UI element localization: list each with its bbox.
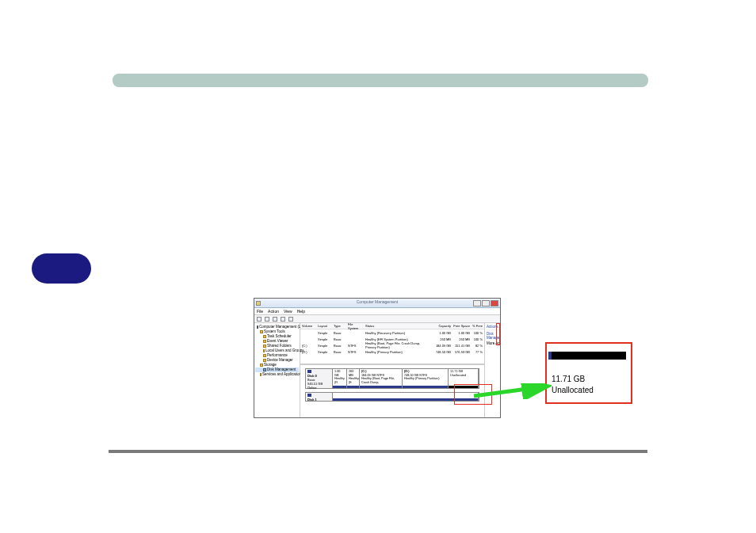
cell: Simple [318, 337, 332, 341]
callout-text: 11.71 GB Unallocated [552, 374, 594, 396]
blue-header-band [113, 74, 648, 87]
cell: 82 % [472, 344, 483, 348]
volume-table: Volume Layout Type File System Status Ca… [300, 323, 484, 364]
part-size: 184.09 GB NTFS [361, 374, 384, 377]
cell: 100 % [472, 331, 483, 335]
cell: 77 % [472, 350, 483, 354]
body: Computer Management (Local) System Tools… [254, 323, 500, 417]
tree-pane: Computer Management (Local) System Tools… [254, 323, 300, 417]
col-volume[interactable]: Volume [302, 324, 316, 328]
table-row[interactable]: Simple Basic Healthy (Recovery Partition… [300, 329, 484, 336]
cell: 184.09 GB [432, 344, 451, 348]
menu-action[interactable]: Action [268, 309, 279, 314]
cell: Healthy (Boot, Page File, Crash Dump, Pr… [365, 341, 430, 349]
titlebar: Computer Management [254, 299, 500, 308]
cell: Basic [334, 337, 346, 341]
cell: 151.41 GB [452, 344, 470, 348]
refresh-icon[interactable] [273, 317, 277, 322]
toolbar [254, 315, 500, 323]
disk-name: Disk 1 [307, 398, 317, 402]
col-pfree[interactable]: % Free [472, 324, 483, 328]
cell: 576.93 GB [452, 350, 470, 354]
separator-line [109, 450, 647, 453]
cell: NTFS [348, 344, 364, 348]
menu-view[interactable]: View [284, 309, 292, 314]
disk-icon [263, 368, 266, 371]
table-row[interactable]: (D:) Simple Basic NTFS Healthy (Primary … [300, 348, 484, 355]
storage-icon [260, 364, 263, 367]
properties-icon[interactable] [281, 317, 285, 322]
cell: Basic [334, 344, 346, 348]
disk-1-row[interactable]: Disk 1 Basic [305, 392, 479, 402]
part-size: 748.50 GB NTFS [404, 374, 427, 377]
actions-more[interactable]: More Actions [487, 340, 501, 345]
disk-label: Disk 0 Basic 946.51 GB Online [306, 369, 333, 388]
cell: 1.00 GB [452, 331, 470, 335]
partition-recovery[interactable]: 1.00 GB Healthy (R [333, 369, 347, 388]
disk-0-row[interactable]: Disk 0 Basic 946.51 GB Online 1.00 GB He… [305, 368, 479, 389]
users-icon [263, 349, 265, 352]
col-type[interactable]: Type [334, 324, 346, 328]
cell: 260 MB [452, 337, 470, 341]
col-fs[interactable]: File System [348, 322, 364, 330]
cell: 1.00 GB [432, 331, 451, 335]
actions-pane: Actions Disk Management More Actions [484, 323, 501, 417]
window-title: Computer Management [254, 299, 500, 304]
cell: 260 MB [432, 337, 451, 341]
tree-item-services[interactable]: Services and Applications [255, 372, 299, 377]
disk-icon [307, 394, 311, 397]
cell: Simple [318, 350, 332, 354]
partition-unallocated[interactable]: 11.71 GB Unallocated [449, 369, 479, 388]
disk-state: Online [307, 386, 317, 390]
col-status[interactable]: Status [365, 324, 430, 328]
back-icon[interactable] [257, 317, 262, 322]
perf-icon [263, 354, 266, 357]
help-icon[interactable] [288, 317, 293, 322]
col-capacity[interactable]: Capacity [432, 324, 451, 328]
task-icon [263, 335, 266, 338]
share-icon [263, 345, 266, 348]
callout-size: 11.71 GB [552, 375, 585, 383]
part-size: 1.00 GB [334, 370, 340, 377]
partition-efi[interactable]: 260 MB Healthy (E [347, 369, 360, 388]
forward-icon[interactable] [265, 317, 269, 322]
note-pill [32, 253, 91, 284]
cell: 100 % [472, 337, 483, 341]
services-icon [260, 373, 262, 376]
disk-label: Disk 1 Basic [306, 393, 333, 401]
device-icon [263, 359, 266, 362]
menu-bar: File Action View Help [254, 308, 500, 315]
part-status: Unallocated [450, 374, 466, 377]
part-title: (D:) [404, 370, 410, 373]
main-pane: Volume Layout Type File System Status Ca… [300, 323, 484, 417]
event-icon [263, 340, 266, 343]
cell: Healthy (EFI System Partition) [365, 337, 430, 341]
partition[interactable] [333, 393, 479, 401]
tree-label: Services and Applications [262, 372, 303, 377]
part-size: 260 MB [349, 370, 353, 377]
callout-band [552, 352, 626, 360]
partition-c[interactable]: (C:) 184.09 GB NTFS Healthy (Boot, Page … [360, 369, 403, 388]
cell: Simple [318, 331, 332, 335]
col-layout[interactable]: Layout [318, 324, 332, 328]
cell: 748.50 GB [432, 350, 451, 354]
disk-icon [307, 370, 311, 373]
callout-label: Unallocated [552, 386, 594, 394]
table-row[interactable]: (C:) Simple Basic NTFS Healthy (Boot, Pa… [300, 342, 484, 348]
actions-link[interactable]: Disk Management [487, 330, 501, 340]
cell: Basic [334, 331, 346, 335]
callout-zoom: 11.71 GB Unallocated [545, 342, 632, 404]
cell: (C:) [302, 344, 316, 348]
folder-icon [260, 330, 263, 333]
partition-d[interactable]: (D:) 748.50 GB NTFS Healthy (Primary Par… [403, 369, 449, 388]
menu-file[interactable]: File [257, 309, 263, 314]
part-status: Healthy (R [334, 377, 345, 384]
menu-help[interactable]: Help [297, 309, 305, 314]
part-status: Healthy (Primary Partition) [404, 377, 440, 380]
cell: Simple [318, 344, 332, 348]
part-title: (C:) [361, 370, 367, 373]
graphical-view: Disk 0 Basic 946.51 GB Online 1.00 GB He… [300, 364, 484, 417]
cell: Healthy (Primary Partition) [365, 350, 430, 354]
table-header: Volume Layout Type File System Status Ca… [300, 323, 484, 329]
col-free[interactable]: Free Space [452, 324, 470, 328]
